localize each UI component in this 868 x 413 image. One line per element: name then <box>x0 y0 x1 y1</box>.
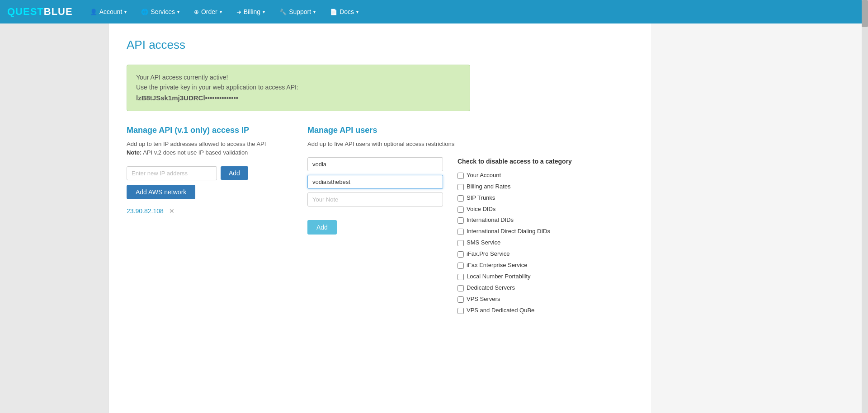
checkbox-intl-direct-dialing[interactable] <box>458 229 464 235</box>
checkbox-label-lnp: Local Number Portability <box>467 273 531 281</box>
billing-icon: ➜ <box>236 9 241 15</box>
chevron-down-icon-3: ▾ <box>220 9 222 14</box>
ip-remove-button[interactable]: ✕ <box>169 207 175 215</box>
manage-ip-note: Note: API v.2 does not use IP based vali… <box>127 149 248 156</box>
checkbox-label-sms-service: SMS Service <box>467 239 500 247</box>
order-icon: ⊕ <box>194 9 199 15</box>
check-item-voice-dids: Voice DIDs <box>458 206 572 213</box>
main-content: API access Your API access currently act… <box>108 23 651 413</box>
nav-item-docs[interactable]: 📄 Docs ▾ <box>324 5 365 19</box>
logo-blue: BLUE <box>44 6 73 18</box>
checkbox-label-sip-trunks: SIP Trunks <box>467 194 495 202</box>
nav-label-billing: Billing <box>244 8 260 15</box>
logo[interactable]: QUEST BLUE <box>7 6 73 18</box>
check-item-sms-service: SMS Service <box>458 239 572 247</box>
checkbox-label-billing-rates: Billing and Rates <box>467 183 511 191</box>
add-user-button[interactable]: Add <box>307 220 337 235</box>
manage-ip-title: Manage API (v.1 only) access IP <box>127 126 280 135</box>
checkbox-label-ifax-enterprise: iFax Enterprise Service <box>467 262 527 269</box>
api-columns: Manage API (v.1 only) access IP Add up t… <box>127 126 633 318</box>
check-item-lnp: Local Number Portability <box>458 273 572 281</box>
ip-entry: 23.90.82.108 ✕ <box>127 207 280 215</box>
scrollbar-thumb[interactable] <box>862 0 868 27</box>
nav-label-services: Services <box>151 8 175 15</box>
check-section: Check to disable access to a category Yo… <box>458 157 572 318</box>
nav-item-services[interactable]: 🌐 Services ▾ <box>135 5 186 19</box>
checkboxes-container: Your AccountBilling and RatesSIP TrunksV… <box>458 172 572 314</box>
checkbox-your-account[interactable] <box>458 173 464 179</box>
nav-label-docs: Docs <box>340 8 354 15</box>
checkbox-ifax-enterprise[interactable] <box>458 263 464 269</box>
manage-ip-desc: Add up to ten IP addresses allowed to ac… <box>127 140 280 157</box>
manage-users-title: Manage API users <box>307 126 633 135</box>
ip-input-row: Add <box>127 166 280 180</box>
check-item-vps-dedicated-qube: VPS and Dedicated QuBe <box>458 307 572 314</box>
password-input[interactable] <box>307 175 443 189</box>
account-icon: 👤 <box>90 9 97 15</box>
manage-ip-section: Manage API (v.1 only) access IP Add up t… <box>127 126 280 215</box>
checkbox-label-ifax-pro: iFax.Pro Service <box>467 250 509 258</box>
chevron-down-icon-5: ▾ <box>313 9 316 14</box>
support-icon: 🔧 <box>279 9 287 15</box>
chevron-down-icon-4: ▾ <box>263 9 265 14</box>
page-title: API access <box>127 38 633 52</box>
sidebar <box>0 23 108 413</box>
check-item-your-account: Your Account <box>458 172 572 179</box>
username-input[interactable] <box>307 157 443 171</box>
alert-line1: Your API access currently active! <box>136 72 461 82</box>
chevron-down-icon: ▾ <box>124 9 127 14</box>
api-right-inner: Add Check to disable access to a categor… <box>307 157 633 318</box>
page-layout: API access Your API access currently act… <box>0 23 868 413</box>
scrollbar-track[interactable] <box>862 0 868 413</box>
alert-line2: Use the private key in your web applicat… <box>136 82 461 92</box>
checkbox-voice-dids[interactable] <box>458 206 464 213</box>
docs-icon: 📄 <box>330 9 337 15</box>
checkbox-label-intl-direct-dialing: International Direct Dialing DIDs <box>467 228 550 235</box>
nav-menu: 👤 Account ▾ 🌐 Services ▾ ⊕ Order ▾ ➜ Bil… <box>84 5 365 19</box>
checkbox-intl-dids[interactable] <box>458 217 464 224</box>
check-item-sip-trunks: SIP Trunks <box>458 194 572 202</box>
checkbox-billing-rates[interactable] <box>458 184 464 190</box>
checkbox-label-vps-dedicated-qube: VPS and Dedicated QuBe <box>467 307 534 314</box>
ip-address-value: 23.90.82.108 <box>127 207 164 215</box>
services-icon: 🌐 <box>141 9 148 15</box>
checkbox-label-voice-dids: Voice DIDs <box>467 206 495 213</box>
nav-label-support: Support <box>289 8 311 15</box>
check-item-ifax-enterprise: iFax Enterprise Service <box>458 262 572 269</box>
check-item-billing-rates: Billing and Rates <box>458 183 572 191</box>
chevron-down-icon-2: ▾ <box>177 9 179 14</box>
check-item-ifax-pro: iFax.Pro Service <box>458 250 572 258</box>
checkbox-label-dedicated-servers: Dedicated Servers <box>467 284 515 292</box>
check-item-intl-dids: International DIDs <box>458 216 572 224</box>
api-alert-box: Your API access currently active! Use th… <box>127 65 470 111</box>
checkbox-sip-trunks[interactable] <box>458 195 464 202</box>
nav-item-support[interactable]: 🔧 Support ▾ <box>273 5 322 19</box>
check-item-vps-servers: VPS Servers <box>458 296 572 303</box>
checkbox-vps-servers[interactable] <box>458 296 464 303</box>
checkbox-label-intl-dids: International DIDs <box>467 216 514 224</box>
nav-label-account: Account <box>99 8 123 15</box>
note-input[interactable] <box>307 192 443 206</box>
checkbox-dedicated-servers[interactable] <box>458 285 464 291</box>
checkbox-vps-dedicated-qube[interactable] <box>458 308 464 314</box>
nav-label-order: Order <box>201 8 217 15</box>
logo-quest: QUEST <box>7 6 44 18</box>
checkbox-label-vps-servers: VPS Servers <box>467 296 500 303</box>
add-aws-network-button[interactable]: Add AWS network <box>127 185 195 199</box>
nav-item-order[interactable]: ⊕ Order ▾ <box>188 5 228 19</box>
checkbox-lnp[interactable] <box>458 274 464 280</box>
checkbox-ifax-pro[interactable] <box>458 251 464 258</box>
ip-add-button[interactable]: Add <box>221 166 248 180</box>
manage-ip-desc1: Add up to ten IP addresses allowed to ac… <box>127 141 266 147</box>
checkbox-sms-service[interactable] <box>458 240 464 246</box>
nav-item-billing[interactable]: ➜ Billing ▾ <box>230 5 271 19</box>
api-key-value: lzB8tJSsk1mj3UDRCl•••••••••••••• <box>136 93 461 103</box>
navbar: QUEST BLUE 👤 Account ▾ 🌐 Services ▾ ⊕ Or… <box>0 0 868 23</box>
nav-item-account[interactable]: 👤 Account ▾ <box>84 5 133 19</box>
check-item-dedicated-servers: Dedicated Servers <box>458 284 572 292</box>
chevron-down-icon-6: ▾ <box>356 9 359 14</box>
check-item-intl-direct-dialing: International Direct Dialing DIDs <box>458 228 572 235</box>
checkbox-label-your-account: Your Account <box>467 172 501 179</box>
ip-address-input[interactable] <box>127 166 217 180</box>
manage-users-section: Manage API users Add up to five API user… <box>307 126 633 318</box>
